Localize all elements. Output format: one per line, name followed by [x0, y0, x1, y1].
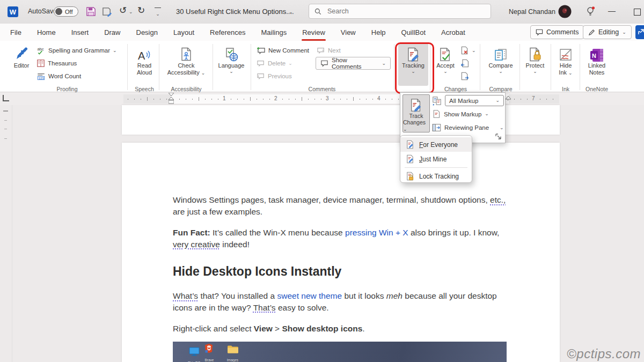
tab-design[interactable]: Design: [136, 27, 158, 38]
ruler-tick: [218, 99, 218, 100]
hide-ink-button[interactable]: Hide Ink ⌄: [554, 43, 577, 86]
ruler-tick: [360, 99, 360, 100]
word-count-label: Word Count: [48, 73, 81, 79]
tab-file[interactable]: File: [10, 27, 22, 38]
autosave-toggle[interactable]: Off: [54, 6, 78, 17]
undo-button[interactable]: ↺: [119, 5, 127, 16]
tab-view[interactable]: View: [340, 27, 356, 38]
tab-acrobat[interactable]: Acrobat: [441, 27, 466, 38]
title-chevron-icon[interactable]: ⌄: [289, 10, 293, 14]
ribbon-tabs: File Home Insert Draw Design Layout Refe…: [10, 24, 466, 41]
lightbulb-icon[interactable]: [586, 6, 595, 17]
save-button[interactable]: [86, 6, 96, 17]
track-changes-button[interactable]: Track Changes ⌄: [402, 94, 430, 132]
title-bar: W AutoSave Off ↺ ⌄ ↻ ⌄ 30 Useful Right C…: [0, 0, 644, 24]
group-divider: [213, 44, 213, 90]
protect-button[interactable]: Protect ⌄: [523, 43, 547, 86]
menu-item-for-everyone[interactable]: For Everyone: [400, 137, 472, 152]
document-text[interactable]: Windows Settings pages, task manager, de…: [173, 194, 510, 362]
tab-insert[interactable]: Insert: [71, 27, 90, 38]
show-markup-button[interactable]: Show Markup ⌄: [432, 109, 489, 119]
compare-button[interactable]: Compare ⌄: [485, 43, 516, 86]
tab-references[interactable]: References: [209, 27, 246, 38]
horizontal-ruler[interactable]: 1234567: [0, 92, 644, 105]
tab-help[interactable]: Help: [371, 27, 386, 38]
minimize-button[interactable]: —: [608, 6, 616, 15]
tab-quillbot[interactable]: QuillBot: [401, 27, 427, 38]
grammar-flagged-text[interactable]: What’s: [173, 291, 198, 300]
document-title[interactable]: 30 Useful Right Click Menu Options....: [176, 8, 294, 16]
tab-stop-selector-icon[interactable]: [3, 95, 9, 101]
share-button[interactable]: [635, 25, 644, 39]
undo-chevron-icon[interactable]: ⌄: [129, 10, 133, 14]
next-change-button[interactable]: [460, 71, 469, 82]
autosave-state: Off: [65, 9, 72, 15]
ribbon: Editor abc Spelling and Grammar ⌄ Thesau…: [0, 41, 644, 92]
search-bar[interactable]: [309, 4, 491, 19]
save-as-button[interactable]: [102, 6, 112, 17]
grammar-flagged-text[interactable]: very creative: [173, 240, 220, 249]
ruler-tick: [263, 99, 264, 100]
linked-notes-label-2: Notes: [589, 69, 605, 76]
show-markup-icon: [432, 109, 441, 119]
share-icon: [638, 29, 644, 35]
language-icon: [224, 43, 239, 62]
right-indent-marker[interactable]: [506, 95, 511, 100]
chevron-down-icon: ⌄: [472, 48, 476, 53]
all-markup-select[interactable]: All Markup ⌄: [445, 95, 504, 106]
new-comment-button[interactable]: New Comment: [257, 45, 309, 56]
user-name[interactable]: Nepal Chandan: [509, 8, 555, 16]
check-accessibility-icon: [179, 43, 193, 62]
redo-button[interactable]: ↻: [137, 5, 145, 16]
maximize-button[interactable]: [634, 9, 641, 16]
next-comment-button: Next: [317, 45, 341, 56]
reject-change-icon: [460, 46, 469, 55]
menu-item-lock-tracking[interactable]: Lock Tracking: [400, 169, 472, 183]
word-window: W AutoSave Off ↺ ⌄ ↻ ⌄ 30 Useful Right C…: [0, 0, 644, 362]
tab-review[interactable]: Review: [302, 27, 326, 38]
speech-group-label: Speech: [131, 86, 157, 92]
word-count-button[interactable]: 123 Word Count: [36, 71, 81, 82]
display-for-review-control[interactable]: All Markup ⌄: [432, 95, 504, 106]
show-comments-button[interactable]: Show Comments ⌄: [316, 57, 391, 70]
svg-text:N: N: [592, 53, 596, 59]
customize-quick-access-button[interactable]: ⌄: [155, 8, 161, 18]
hyperlink[interactable]: sweet new theme: [277, 291, 342, 300]
tab-home[interactable]: Home: [36, 27, 56, 38]
grammar-flagged-text[interactable]: That’s: [253, 303, 276, 312]
tab-draw[interactable]: Draw: [104, 27, 121, 38]
ruler-inch-number: 2: [274, 95, 277, 101]
chevron-down-icon: ⌄: [156, 11, 160, 17]
paragraph-1: Windows Settings pages, task manager, de…: [173, 194, 510, 217]
tab-mailings[interactable]: Mailings: [261, 27, 288, 38]
hyperlink[interactable]: pressing Win + X: [345, 228, 408, 237]
ruler-tick: [289, 99, 289, 100]
editing-mode-button[interactable]: Editing ⌄: [583, 25, 632, 39]
editor-button[interactable]: Editor: [9, 43, 34, 86]
read-aloud-button[interactable]: A Read Aloud: [131, 43, 158, 86]
tracking-dialog-launcher[interactable]: [495, 134, 502, 140]
ruler-tick: [540, 99, 540, 100]
previous-change-button[interactable]: [460, 58, 469, 69]
comments-button[interactable]: Comments: [530, 25, 584, 39]
check-accessibility-button[interactable]: Check Accessibility ⌄: [162, 43, 210, 86]
linked-notes-button[interactable]: N Linked Notes: [583, 43, 611, 86]
search-input[interactable]: [326, 7, 468, 16]
ruler-tick: [366, 99, 367, 100]
language-button[interactable]: Language ⌄: [216, 43, 247, 86]
tab-layout[interactable]: Layout: [173, 27, 195, 38]
previous-comment-icon: [257, 72, 265, 80]
toggle-knob-icon: [55, 8, 62, 15]
group-divider: [394, 44, 394, 90]
spelling-grammar-button[interactable]: abc Spelling and Grammar ⌄: [36, 45, 117, 56]
onenote-icon: N: [589, 43, 604, 62]
avatar[interactable]: [558, 5, 572, 18]
accept-button[interactable]: Accept ⌄: [433, 43, 458, 86]
menu-item-just-mine[interactable]: Just Mine: [400, 152, 472, 166]
thesaurus-button[interactable]: Thesaurus: [36, 58, 77, 69]
indent-marker[interactable]: [169, 93, 174, 105]
reviewing-pane-button[interactable]: Reviewing Pane ⌄: [432, 123, 504, 132]
grammar-flagged-text[interactable]: etc.,: [490, 195, 506, 204]
group-divider: [127, 44, 128, 90]
reject-change-button[interactable]: ⌄: [460, 45, 476, 56]
